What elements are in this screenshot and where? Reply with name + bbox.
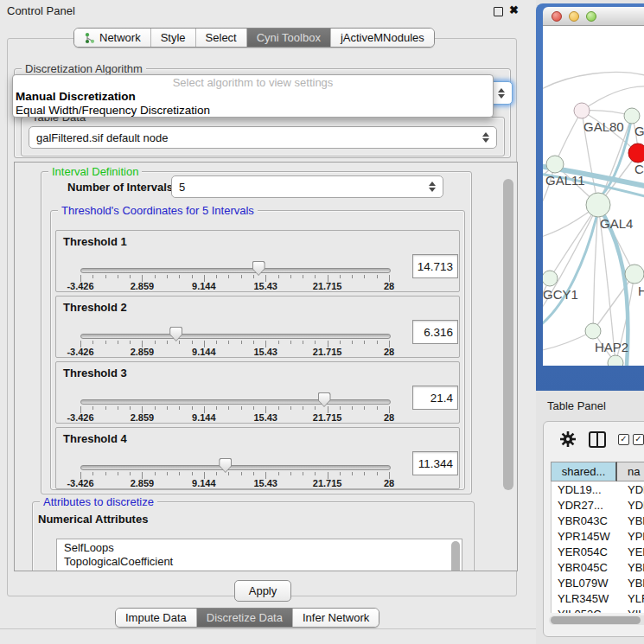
table-panel-header: Table Panel (536, 391, 644, 421)
tick-label: -3.426 (61, 412, 99, 423)
table-cell: YIL0 (618, 608, 644, 614)
slider-track[interactable] (80, 334, 391, 339)
threshold-value-field[interactable]: 21.4 (412, 386, 458, 410)
table-row[interactable]: YBL079WYBL0 (552, 575, 644, 590)
table-row[interactable]: YLR345WYLR3 (552, 590, 644, 606)
attribute-item-topologicalcoefficient[interactable]: TopologicalCoefficient (57, 555, 462, 569)
network-window-titlebar[interactable] (543, 7, 644, 26)
minor-tick (303, 406, 303, 410)
network-edge[interactable] (582, 86, 644, 111)
table-row[interactable]: YBR043CYBR0 (552, 513, 644, 528)
column-header-na[interactable]: na (617, 462, 644, 481)
apply-button[interactable]: Apply (234, 580, 291, 602)
network-canvas[interactable]: GAL80GACGAL11GAL4GCY1HHAP2 (543, 26, 644, 366)
checkbox-icon[interactable]: ✓ (633, 434, 644, 445)
table-data-combobox[interactable]: galFiltered.sif default node (29, 126, 497, 149)
divider (0, 628, 536, 629)
minor-tick (92, 472, 93, 475)
dropdown-option-manual-discretization[interactable]: Manual Discretization (13, 90, 493, 104)
slider-thumb[interactable] (169, 327, 182, 341)
dropdown-option-equal-width-frequency-discretization[interactable]: Equal Width/Frequency Discretization (13, 104, 493, 118)
minor-tick (253, 341, 254, 344)
tick-label: 28 (370, 347, 408, 357)
threshold-value-field[interactable]: 6.316 (412, 320, 458, 344)
close-icon[interactable]: ✖ (509, 3, 519, 16)
tab-cyni-toolbox-label: Cyni Toolbox (257, 31, 321, 44)
columns-icon[interactable] (589, 431, 606, 448)
table-row[interactable]: YDL19...YDL1 (552, 481, 644, 497)
threshold-3-box: Threshold 3-3.4262.8599.14415.4321.71528… (55, 361, 460, 424)
attributes-list-scrollbar[interactable] (451, 541, 460, 571)
network-node-gal11[interactable] (546, 156, 564, 173)
slider-track[interactable] (80, 465, 391, 470)
table-row[interactable]: YER054CYER0 (552, 544, 644, 559)
bottom-tab-impute-data-label: Impute Data (125, 611, 187, 624)
table-horizontal-scrollbar[interactable] (549, 615, 644, 625)
table-rows: YDL19...YDL1YDR27...YDR2YBR043CYBR0YPR14… (551, 481, 644, 613)
settings-vertical-scrollbar[interactable] (503, 179, 513, 490)
minor-tick (241, 406, 242, 410)
numerical-attributes-list[interactable]: SelfLoopsTopologicalCoefficientBetweenne… (56, 539, 462, 571)
checkbox-icon[interactable]: ✓ (618, 434, 629, 445)
column-header-shared-[interactable]: shared... (551, 462, 617, 481)
tick-label: 15.43 (246, 347, 284, 357)
bottom-tab-infer-network[interactable]: Infer Network (292, 609, 379, 627)
bottom-tab-impute-data[interactable]: Impute Data (116, 609, 196, 627)
cyni-toolbox-content: Discretization Algorithm Table Data galF… (7, 38, 517, 596)
threshold-label: Threshold 2 (63, 301, 127, 314)
close-traffic-light-icon[interactable] (552, 11, 562, 22)
slider-thumb[interactable] (252, 261, 265, 276)
table-row[interactable]: YIL053CYIL0 (552, 606, 644, 613)
minor-tick (118, 341, 118, 344)
minor-tick (241, 341, 242, 344)
attribute-item-betweennesscentrality[interactable]: BetweennessCentrality (57, 568, 462, 571)
threshold-value-field[interactable]: 11.344 (412, 451, 458, 475)
bottom-tab-discretize-data[interactable]: Discretize Data (196, 609, 292, 627)
minor-tick (92, 406, 93, 410)
minor-tick (130, 472, 131, 475)
minimize-traffic-light-icon[interactable] (569, 11, 579, 22)
tick-label: -3.426 (61, 478, 99, 488)
slider-thumb[interactable] (219, 458, 232, 473)
tab-style[interactable]: Style (150, 29, 195, 47)
slider-track[interactable] (80, 268, 391, 273)
slider-track[interactable] (80, 399, 391, 405)
table-row[interactable]: YDR27...YDR2 (552, 497, 644, 513)
table-row[interactable]: YPR145WYPR1 (552, 528, 644, 544)
network-node-h[interactable] (625, 265, 644, 284)
minor-tick (155, 275, 156, 278)
minor-tick (216, 341, 217, 344)
tab-select[interactable]: Select (195, 29, 246, 47)
number-of-intervals-combobox[interactable]: 5 (171, 175, 443, 198)
tab-jactivemnodules[interactable]: jActiveMNodules (330, 29, 434, 47)
table-row[interactable]: YBR045CYBR0 (552, 559, 644, 575)
attribute-item-selfloops[interactable]: SelfLoops (57, 541, 462, 555)
table-cell: YBR045C (552, 561, 618, 574)
tab-cyni-toolbox[interactable]: Cyni Toolbox (246, 29, 330, 47)
minor-tick (278, 275, 279, 278)
tab-network[interactable]: Network (74, 29, 150, 47)
network-node-gcy1[interactable] (543, 271, 558, 286)
minor-tick (105, 472, 106, 475)
table-horizontal-scrollbar-thumb[interactable] (551, 616, 641, 624)
minor-tick (303, 472, 303, 475)
network-node-c[interactable] (628, 143, 644, 163)
network-node-label: HAP2 (595, 340, 628, 354)
gear-icon[interactable] (559, 430, 577, 448)
table-cell: YDR27... (552, 499, 618, 512)
threshold-value-field[interactable]: 14.713 (412, 254, 458, 278)
numerical-attributes-label: Numerical Attributes (38, 513, 148, 526)
float-window-icon[interactable] (494, 7, 503, 16)
slider-thumb[interactable] (318, 392, 331, 407)
tick-label: -3.426 (61, 347, 99, 357)
zoom-traffic-light-icon[interactable] (586, 11, 596, 22)
table-cell: YDR2 (618, 499, 644, 512)
network-node-gal4[interactable] (586, 193, 610, 217)
minor-tick (253, 472, 254, 475)
network-edge[interactable] (550, 205, 598, 278)
network-node-label: H (638, 284, 644, 298)
network-node-hap2[interactable] (585, 323, 601, 339)
network-node-ga[interactable] (624, 108, 640, 124)
network-node-label: GAL80 (583, 119, 624, 134)
network-node-gal80[interactable] (574, 103, 590, 118)
